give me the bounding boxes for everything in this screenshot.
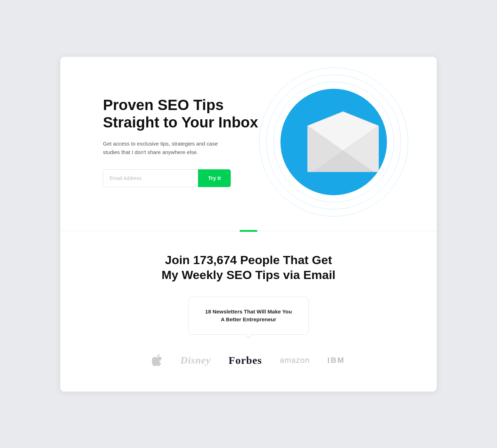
hero-subtitle: Get access to exclusive tips, strategies… <box>103 140 224 157</box>
logo-disney: Disney <box>180 355 211 366</box>
divider-section <box>60 231 437 231</box>
testimonial-card: 18 Newsletters That Will Make You A Bett… <box>188 297 309 335</box>
main-card: Proven SEO Tips Straight to Your Inbox G… <box>60 57 437 392</box>
envelope-illustration <box>304 108 382 173</box>
logo-ibm: IBM <box>327 356 345 365</box>
logo-apple <box>152 354 163 367</box>
logo-forbes: Forbes <box>229 354 262 366</box>
bottom-title: Join 173,674 People That Get My Weekly S… <box>156 252 341 283</box>
logo-amazon: amazon <box>280 356 310 365</box>
email-form: Try It <box>103 169 231 187</box>
hero-content: Proven SEO Tips Straight to Your Inbox G… <box>103 97 259 187</box>
try-button[interactable]: Try It <box>198 169 231 187</box>
testimonial-text: 18 Newsletters That Will Make You A Bett… <box>205 308 292 323</box>
hero-section: Proven SEO Tips Straight to Your Inbox G… <box>60 57 437 231</box>
hero-title: Proven SEO Tips Straight to Your Inbox <box>103 97 259 131</box>
hero-illustration <box>259 78 408 206</box>
email-input[interactable] <box>103 169 198 187</box>
green-accent-bar <box>240 230 257 232</box>
bottom-section: Join 173,674 People That Get My Weekly S… <box>60 231 437 392</box>
logos-row: Disney Forbes amazon IBM <box>152 354 345 367</box>
